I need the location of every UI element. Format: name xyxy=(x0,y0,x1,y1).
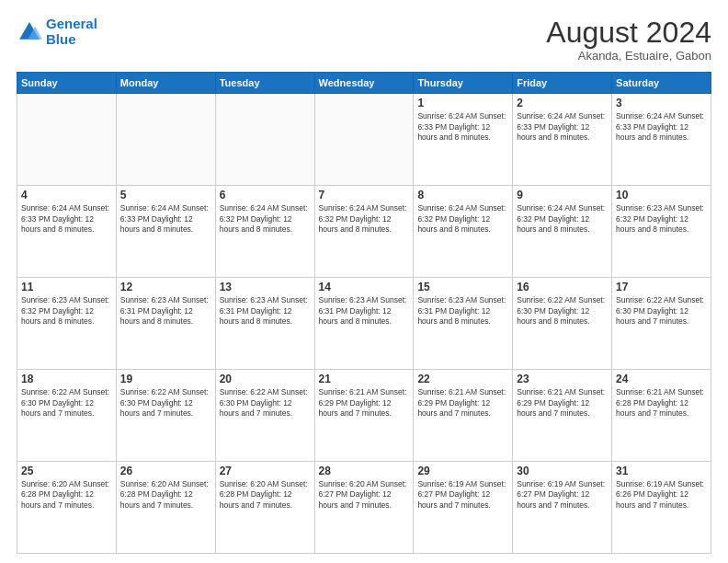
day-info: Sunrise: 6:23 AM Sunset: 6:31 PM Dayligh… xyxy=(417,295,508,327)
day-cell: 6Sunrise: 6:24 AM Sunset: 6:32 PM Daylig… xyxy=(215,186,314,278)
day-info: Sunrise: 6:24 AM Sunset: 6:32 PM Dayligh… xyxy=(220,203,311,235)
day-number: 6 xyxy=(220,189,311,201)
day-info: Sunrise: 6:24 AM Sunset: 6:33 PM Dayligh… xyxy=(517,111,608,143)
logo-icon xyxy=(17,19,42,45)
day-info: Sunrise: 6:19 AM Sunset: 6:27 PM Dayligh… xyxy=(417,479,508,511)
day-cell: 18Sunrise: 6:22 AM Sunset: 6:30 PM Dayli… xyxy=(17,370,117,462)
week-row-4: 18Sunrise: 6:22 AM Sunset: 6:30 PM Dayli… xyxy=(17,370,711,462)
week-row-2: 4Sunrise: 6:24 AM Sunset: 6:33 PM Daylig… xyxy=(17,186,711,278)
day-cell: 13Sunrise: 6:23 AM Sunset: 6:31 PM Dayli… xyxy=(215,278,314,370)
day-number: 21 xyxy=(319,373,410,385)
col-header-monday: Monday xyxy=(116,73,215,94)
day-number: 7 xyxy=(319,189,410,201)
day-number: 25 xyxy=(21,465,112,477)
day-number: 3 xyxy=(616,97,707,109)
day-number: 19 xyxy=(120,373,211,385)
day-number: 9 xyxy=(517,189,608,201)
day-number: 31 xyxy=(616,465,707,477)
day-cell: 24Sunrise: 6:21 AM Sunset: 6:28 PM Dayli… xyxy=(612,370,711,462)
day-info: Sunrise: 6:19 AM Sunset: 6:26 PM Dayligh… xyxy=(616,479,707,511)
day-number: 22 xyxy=(417,373,508,385)
day-number: 28 xyxy=(319,465,410,477)
day-number: 2 xyxy=(517,97,608,109)
day-info: Sunrise: 6:21 AM Sunset: 6:28 PM Dayligh… xyxy=(616,387,707,419)
day-number: 8 xyxy=(417,189,508,201)
day-info: Sunrise: 6:22 AM Sunset: 6:30 PM Dayligh… xyxy=(616,295,707,327)
logo-text: General Blue xyxy=(46,17,97,47)
day-cell xyxy=(215,94,314,186)
day-number: 18 xyxy=(21,373,112,385)
day-number: 1 xyxy=(417,97,508,109)
day-cell: 11Sunrise: 6:23 AM Sunset: 6:32 PM Dayli… xyxy=(17,278,117,370)
day-info: Sunrise: 6:22 AM Sunset: 6:30 PM Dayligh… xyxy=(120,387,211,419)
col-header-thursday: Thursday xyxy=(414,73,513,94)
logo: General Blue xyxy=(17,17,97,47)
day-info: Sunrise: 6:23 AM Sunset: 6:31 PM Dayligh… xyxy=(220,295,311,327)
day-cell: 9Sunrise: 6:24 AM Sunset: 6:32 PM Daylig… xyxy=(513,186,612,278)
day-cell: 25Sunrise: 6:20 AM Sunset: 6:28 PM Dayli… xyxy=(17,462,117,554)
day-cell: 16Sunrise: 6:22 AM Sunset: 6:30 PM Dayli… xyxy=(513,278,612,370)
day-cell: 19Sunrise: 6:22 AM Sunset: 6:30 PM Dayli… xyxy=(116,370,215,462)
title-block: August 2024 Akanda, Estuaire, Gabon xyxy=(546,17,711,63)
day-info: Sunrise: 6:22 AM Sunset: 6:30 PM Dayligh… xyxy=(517,295,608,327)
day-cell xyxy=(116,94,215,186)
day-cell: 5Sunrise: 6:24 AM Sunset: 6:33 PM Daylig… xyxy=(116,186,215,278)
day-cell: 27Sunrise: 6:20 AM Sunset: 6:28 PM Dayli… xyxy=(215,462,314,554)
day-number: 5 xyxy=(120,189,211,201)
day-number: 13 xyxy=(220,281,311,293)
day-cell: 4Sunrise: 6:24 AM Sunset: 6:33 PM Daylig… xyxy=(17,186,117,278)
day-cell: 29Sunrise: 6:19 AM Sunset: 6:27 PM Dayli… xyxy=(414,462,513,554)
day-cell: 3Sunrise: 6:24 AM Sunset: 6:33 PM Daylig… xyxy=(612,94,711,186)
week-row-3: 11Sunrise: 6:23 AM Sunset: 6:32 PM Dayli… xyxy=(17,278,711,370)
week-row-5: 25Sunrise: 6:20 AM Sunset: 6:28 PM Dayli… xyxy=(17,462,711,554)
day-info: Sunrise: 6:23 AM Sunset: 6:31 PM Dayligh… xyxy=(120,295,211,327)
day-number: 23 xyxy=(517,373,608,385)
day-info: Sunrise: 6:20 AM Sunset: 6:28 PM Dayligh… xyxy=(120,479,211,511)
week-row-1: 1Sunrise: 6:24 AM Sunset: 6:33 PM Daylig… xyxy=(17,94,711,186)
day-info: Sunrise: 6:20 AM Sunset: 6:28 PM Dayligh… xyxy=(21,479,112,511)
day-info: Sunrise: 6:24 AM Sunset: 6:33 PM Dayligh… xyxy=(616,111,707,143)
day-number: 26 xyxy=(120,465,211,477)
day-number: 15 xyxy=(417,281,508,293)
day-info: Sunrise: 6:24 AM Sunset: 6:33 PM Dayligh… xyxy=(417,111,508,143)
day-number: 16 xyxy=(517,281,608,293)
day-cell: 7Sunrise: 6:24 AM Sunset: 6:32 PM Daylig… xyxy=(314,186,414,278)
day-cell: 14Sunrise: 6:23 AM Sunset: 6:31 PM Dayli… xyxy=(314,278,414,370)
col-header-tuesday: Tuesday xyxy=(215,73,314,94)
day-cell: 8Sunrise: 6:24 AM Sunset: 6:32 PM Daylig… xyxy=(414,186,513,278)
day-info: Sunrise: 6:24 AM Sunset: 6:33 PM Dayligh… xyxy=(21,203,112,235)
logo-blue: Blue xyxy=(46,31,76,47)
day-info: Sunrise: 6:22 AM Sunset: 6:30 PM Dayligh… xyxy=(220,387,311,419)
day-info: Sunrise: 6:24 AM Sunset: 6:32 PM Dayligh… xyxy=(417,203,508,235)
day-cell: 22Sunrise: 6:21 AM Sunset: 6:29 PM Dayli… xyxy=(414,370,513,462)
calendar-table: SundayMondayTuesdayWednesdayThursdayFrid… xyxy=(17,72,711,554)
day-info: Sunrise: 6:23 AM Sunset: 6:31 PM Dayligh… xyxy=(319,295,410,327)
day-cell: 2Sunrise: 6:24 AM Sunset: 6:33 PM Daylig… xyxy=(513,94,612,186)
day-number: 17 xyxy=(616,281,707,293)
col-header-saturday: Saturday xyxy=(612,73,711,94)
logo-general: General xyxy=(46,16,97,31)
day-number: 4 xyxy=(21,189,112,201)
header: General Blue August 2024 Akanda, Estuair… xyxy=(17,17,711,63)
day-cell: 23Sunrise: 6:21 AM Sunset: 6:29 PM Dayli… xyxy=(513,370,612,462)
day-cell: 1Sunrise: 6:24 AM Sunset: 6:33 PM Daylig… xyxy=(414,94,513,186)
day-number: 11 xyxy=(21,281,112,293)
day-number: 10 xyxy=(616,189,707,201)
day-cell: 26Sunrise: 6:20 AM Sunset: 6:28 PM Dayli… xyxy=(116,462,215,554)
day-cell: 10Sunrise: 6:23 AM Sunset: 6:32 PM Dayli… xyxy=(612,186,711,278)
day-number: 20 xyxy=(220,373,311,385)
day-cell: 21Sunrise: 6:21 AM Sunset: 6:29 PM Dayli… xyxy=(314,370,414,462)
col-header-wednesday: Wednesday xyxy=(314,73,414,94)
col-header-friday: Friday xyxy=(513,73,612,94)
day-info: Sunrise: 6:20 AM Sunset: 6:28 PM Dayligh… xyxy=(220,479,311,511)
day-number: 12 xyxy=(120,281,211,293)
day-info: Sunrise: 6:23 AM Sunset: 6:32 PM Dayligh… xyxy=(616,203,707,235)
subtitle: Akanda, Estuaire, Gabon xyxy=(546,49,711,63)
day-info: Sunrise: 6:24 AM Sunset: 6:32 PM Dayligh… xyxy=(319,203,410,235)
day-number: 30 xyxy=(517,465,608,477)
day-cell: 15Sunrise: 6:23 AM Sunset: 6:31 PM Dayli… xyxy=(414,278,513,370)
page: General Blue August 2024 Akanda, Estuair… xyxy=(0,0,728,563)
day-info: Sunrise: 6:21 AM Sunset: 6:29 PM Dayligh… xyxy=(517,387,608,419)
day-info: Sunrise: 6:21 AM Sunset: 6:29 PM Dayligh… xyxy=(319,387,410,419)
main-title: August 2024 xyxy=(546,17,711,49)
